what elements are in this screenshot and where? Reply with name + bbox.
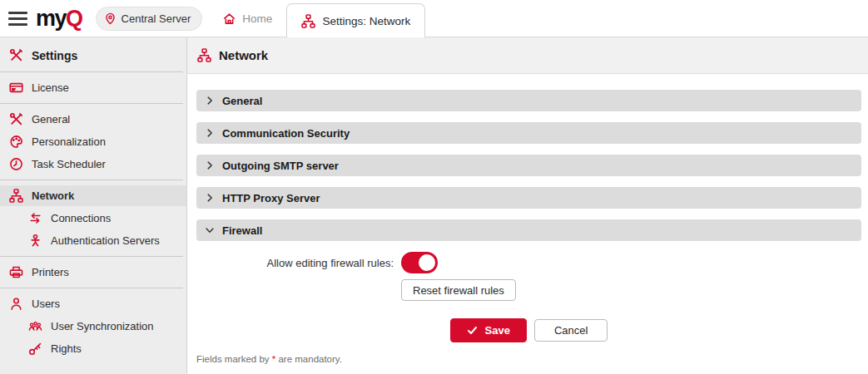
page-title: Network xyxy=(219,48,268,62)
license-icon xyxy=(9,81,23,95)
chevron-right-icon xyxy=(205,128,215,138)
tab-home-label: Home xyxy=(242,12,272,25)
sidebar-item-label: Authentication Servers xyxy=(51,234,160,247)
sidebar-divider xyxy=(0,103,183,104)
chevron-right-icon xyxy=(205,160,215,170)
chevron-right-icon xyxy=(205,193,215,203)
network-icon xyxy=(9,189,23,203)
reset-firewall-rules-button[interactable]: Reset firewall rules xyxy=(401,279,516,301)
sidebar-item-task-scheduler[interactable]: Task Scheduler xyxy=(0,154,186,175)
clock-icon xyxy=(9,157,23,171)
person-icon xyxy=(28,234,42,248)
tab-settings-network[interactable]: Settings: Network xyxy=(286,3,425,37)
sidebar-item-printers[interactable]: Printers xyxy=(0,262,186,283)
accordion-firewall[interactable]: Firewall xyxy=(196,219,861,241)
tools-icon xyxy=(9,48,23,62)
accordion-label: Firewall xyxy=(222,224,262,237)
accordion-label: Outgoing SMTP server xyxy=(222,160,339,172)
sidebar-item-label: General xyxy=(32,113,70,125)
tools-icon xyxy=(9,112,23,126)
network-icon xyxy=(301,14,315,28)
sidebar-item-license[interactable]: License xyxy=(0,77,186,98)
chevron-right-icon xyxy=(205,96,215,106)
page-header: Network xyxy=(187,37,868,74)
accordion-label: HTTP Proxy Server xyxy=(222,192,320,204)
sidebar-item-label: Network xyxy=(32,189,74,202)
accordion-outgoing-smtp-server[interactable]: Outgoing SMTP server xyxy=(196,155,861,176)
sidebar-item-label: Printers xyxy=(32,266,69,278)
accordion-communication-security[interactable]: Communication Security xyxy=(196,122,861,144)
settings-sidebar: Settings License General xyxy=(0,37,187,374)
home-icon xyxy=(222,12,236,26)
tab-settings-network-label: Settings: Network xyxy=(322,15,410,27)
sidebar-item-label: Connections xyxy=(51,212,111,224)
content-panel: Network General Communication Security O… xyxy=(187,37,868,374)
sidebar-item-network[interactable]: Network xyxy=(0,185,186,206)
myq-logo: myQ xyxy=(36,7,82,30)
cancel-button[interactable]: Cancel xyxy=(534,319,608,342)
sidebar-item-personalization[interactable]: Personalization xyxy=(0,131,186,152)
palette-icon xyxy=(9,135,23,149)
mandatory-fields-note: Fields marked by * are mandatory. xyxy=(196,354,861,364)
save-button[interactable]: Save xyxy=(450,318,527,342)
tab-home[interactable]: Home xyxy=(222,12,272,26)
printer-icon xyxy=(9,265,23,279)
accordion-http-proxy-server[interactable]: HTTP Proxy Server xyxy=(196,187,861,209)
sidebar-item-user-synchronization[interactable]: User Synchronization xyxy=(0,316,186,337)
save-button-label: Save xyxy=(485,324,510,337)
sidebar-item-general[interactable]: General xyxy=(0,109,186,130)
key-icon xyxy=(28,342,42,356)
menu-hamburger-icon[interactable] xyxy=(8,12,27,26)
server-selector-button[interactable]: Central Server xyxy=(96,7,203,31)
sidebar-item-label: Rights xyxy=(51,342,82,355)
sidebar-divider xyxy=(0,256,183,257)
sidebar-item-label: Users xyxy=(32,298,60,310)
users-group-icon xyxy=(28,319,42,333)
check-icon xyxy=(467,325,478,336)
toggle-knob xyxy=(419,254,435,271)
firewall-section-body: Allow editing firewall rules: Reset fire… xyxy=(196,252,861,301)
sidebar-item-rights[interactable]: Rights xyxy=(0,338,186,359)
location-pin-icon xyxy=(104,12,117,25)
allow-editing-firewall-rules-label: Allow editing firewall rules: xyxy=(196,257,401,269)
sidebar-item-authentication-servers[interactable]: Authentication Servers xyxy=(0,230,186,251)
chevron-down-icon xyxy=(205,225,215,235)
server-selector-label: Central Server xyxy=(122,12,191,25)
sidebar-title-settings: Settings xyxy=(0,44,186,66)
firewall-toggle[interactable] xyxy=(401,252,438,273)
sidebar-item-connections[interactable]: Connections xyxy=(0,208,186,229)
accordion-label: Communication Security xyxy=(222,127,350,140)
sidebar-item-label: License xyxy=(32,81,69,94)
network-icon xyxy=(197,48,211,62)
sidebar-divider xyxy=(0,71,183,72)
accordion-general[interactable]: General xyxy=(196,90,861,111)
sidebar-item-label: Task Scheduler xyxy=(32,158,106,170)
accordion-label: General xyxy=(222,95,262,107)
user-icon xyxy=(9,297,23,311)
sidebar-divider xyxy=(0,180,183,180)
sidebar-item-label: User Synchronization xyxy=(51,320,154,332)
top-bar: myQ Central Server Home Settings: Networ… xyxy=(0,0,868,37)
form-actions: Save Cancel xyxy=(196,318,861,342)
swap-arrows-icon xyxy=(28,211,42,225)
sidebar-item-label: Personalization xyxy=(32,135,106,148)
sidebar-divider xyxy=(0,288,183,288)
sidebar-item-users[interactable]: Users xyxy=(0,293,186,314)
